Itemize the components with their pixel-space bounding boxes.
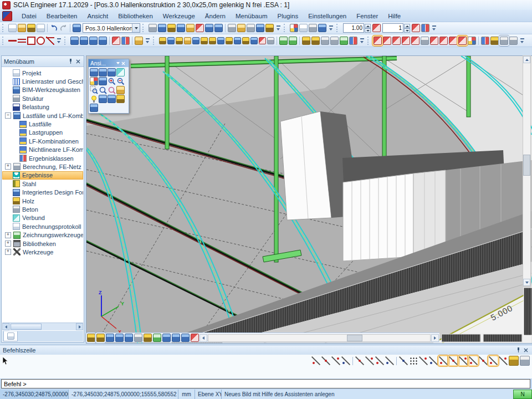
document-icon[interactable] xyxy=(247,24,255,32)
tree-item-beton[interactable]: Beton xyxy=(2,205,83,213)
zoom-selection-icon[interactable] xyxy=(108,86,116,94)
menu-plugins[interactable]: Plugins xyxy=(272,11,303,21)
layers-icon[interactable] xyxy=(158,24,166,32)
snap-midpoint-icon[interactable] xyxy=(321,356,330,365)
snap-z-icon[interactable] xyxy=(479,356,488,365)
table-compose-icon[interactable] xyxy=(214,24,223,32)
count-spinner[interactable]: 1 xyxy=(382,23,410,33)
new-document-icon[interactable] xyxy=(8,24,17,32)
render-wireframe-icon[interactable] xyxy=(87,334,95,342)
scroll-right-icon[interactable] xyxy=(431,334,439,342)
tree-item-berechnung[interactable]: +Berechnung, FE-Netz xyxy=(2,162,83,171)
toolbar-grip[interactable] xyxy=(142,24,146,32)
ruler-icon[interactable] xyxy=(309,24,317,32)
column-tool-icon[interactable] xyxy=(159,37,166,44)
tree-item-projekt[interactable]: Projekt xyxy=(2,69,83,77)
project-combobox[interactable]: Pos.3.0 Hallenkonst xyxy=(83,23,140,33)
paste-icon[interactable] xyxy=(330,37,339,45)
snap-tangent-icon[interactable] xyxy=(365,356,374,365)
labels-flag-icon[interactable] xyxy=(125,334,133,342)
scrollbar-thumb[interactable] xyxy=(523,155,530,176)
collapse-icon[interactable]: − xyxy=(5,112,11,119)
tree-item-struktur[interactable]: Struktur xyxy=(2,94,83,103)
toolbar-overflow-icon[interactable] xyxy=(328,24,334,32)
undo-icon[interactable] xyxy=(50,24,58,32)
viewport-3d[interactable]: 5.000 Z X Y xyxy=(86,55,532,344)
expand-icon[interactable]: + xyxy=(5,232,11,238)
walk-view-icon[interactable] xyxy=(99,77,107,85)
snap-endpoint-icon[interactable] xyxy=(311,356,320,365)
copy-nodes-icon[interactable] xyxy=(311,37,320,45)
close-icon[interactable] xyxy=(74,58,81,65)
beam-labels-icon[interactable] xyxy=(374,37,382,45)
scroll-left-icon[interactable] xyxy=(2,323,9,330)
picture-icon[interactable] xyxy=(181,334,190,342)
toolbar-grip[interactable] xyxy=(336,24,340,32)
zoom-window-icon[interactable] xyxy=(90,86,98,94)
clipping-box-icon[interactable] xyxy=(116,86,125,94)
beam-tool-icon[interactable] xyxy=(167,37,175,44)
tree-item-ergebnisklassen[interactable]: Ergebnisklassen xyxy=(2,154,83,162)
tree-item-linienraster[interactable]: Linienraster und Geschos xyxy=(2,77,83,85)
draw-parallel-icon[interactable] xyxy=(18,37,26,45)
structure-nodes-icon[interactable] xyxy=(430,37,438,45)
scroll-down-icon[interactable] xyxy=(523,279,530,286)
frame-icon[interactable] xyxy=(242,37,249,44)
document-app-icon[interactable] xyxy=(2,11,12,21)
print-icon[interactable] xyxy=(228,24,236,32)
tree-item-belastung[interactable]: Belastung xyxy=(2,103,83,111)
tree-item-lastgruppen[interactable]: Lastgruppen xyxy=(2,129,83,137)
snap-polygon-icon[interactable] xyxy=(489,356,498,365)
loads-display-icon[interactable] xyxy=(115,334,124,342)
shrink-members-icon[interactable] xyxy=(458,37,467,45)
menu-hilfe[interactable]: Hilfe xyxy=(383,11,406,21)
view-x-icon[interactable] xyxy=(90,68,98,76)
shell-icon[interactable] xyxy=(217,37,224,44)
supports-icon[interactable] xyxy=(372,24,381,32)
expand-icon[interactable]: + xyxy=(5,249,11,255)
select-all-icon[interactable] xyxy=(89,37,98,45)
toolbar-overflow-icon[interactable] xyxy=(359,37,365,45)
tree-item-nichtlineare[interactable]: Nichtlineare LF-Komb xyxy=(2,146,83,154)
document-home-icon[interactable] xyxy=(256,24,264,32)
menu-werkzeuge[interactable]: Werkzeuge xyxy=(158,11,200,21)
save-icon[interactable] xyxy=(27,24,35,32)
view-axo-icon[interactable] xyxy=(116,68,125,76)
view-z-icon[interactable] xyxy=(108,68,116,76)
roof-icon[interactable] xyxy=(412,24,420,32)
cursor-snap-icon[interactable] xyxy=(399,356,408,365)
draw-profile-icon[interactable] xyxy=(27,37,35,45)
spinner-down-icon[interactable] xyxy=(404,28,410,33)
view-colored-icon[interactable] xyxy=(90,77,98,85)
gallery-icon[interactable] xyxy=(116,95,125,103)
toolbar-grip[interactable] xyxy=(284,24,287,32)
select-add-icon[interactable] xyxy=(80,37,88,45)
spinner-up-icon[interactable] xyxy=(365,24,371,28)
target-icon[interactable] xyxy=(468,37,476,45)
project-window-icon[interactable] xyxy=(73,24,81,32)
surface-labels-icon[interactable] xyxy=(144,334,152,342)
transform-icon[interactable] xyxy=(349,37,357,45)
toolbar-overflow-icon[interactable] xyxy=(275,24,282,32)
draw-angle-icon[interactable] xyxy=(46,37,54,45)
expand-icon[interactable]: + xyxy=(5,163,11,170)
render-icon[interactable] xyxy=(167,24,176,32)
fe-mesh-icon[interactable] xyxy=(191,334,199,342)
toolbar-grip[interactable] xyxy=(2,37,6,45)
line-grid-icon[interactable] xyxy=(419,356,428,365)
snap-perpendicular-icon[interactable] xyxy=(355,356,364,365)
copy-icon[interactable] xyxy=(321,37,329,45)
document-edit-icon[interactable] xyxy=(265,24,274,32)
tree-item-werkzeuge[interactable]: +Werkzeuge xyxy=(2,248,83,256)
close-icon[interactable] xyxy=(120,60,127,67)
tree-item-zeichnungswerkzeuge[interactable]: +Zeichnungswerkzeuge xyxy=(2,231,83,239)
tree-item-lastfaelle-lf[interactable]: −Lastfälle und LF-Kombina xyxy=(2,111,83,120)
print-picture-icon[interactable] xyxy=(99,95,107,103)
cut-axe-icon[interactable] xyxy=(121,37,130,45)
toolbar-grip[interactable] xyxy=(367,37,371,45)
tree-item-stahl[interactable]: Stahl xyxy=(2,180,83,188)
spinner-buttons[interactable] xyxy=(365,24,371,33)
volumes-icon[interactable] xyxy=(106,334,114,342)
tree-item-verbund[interactable]: Verbund xyxy=(2,214,83,222)
print-preview-icon[interactable] xyxy=(237,24,245,32)
